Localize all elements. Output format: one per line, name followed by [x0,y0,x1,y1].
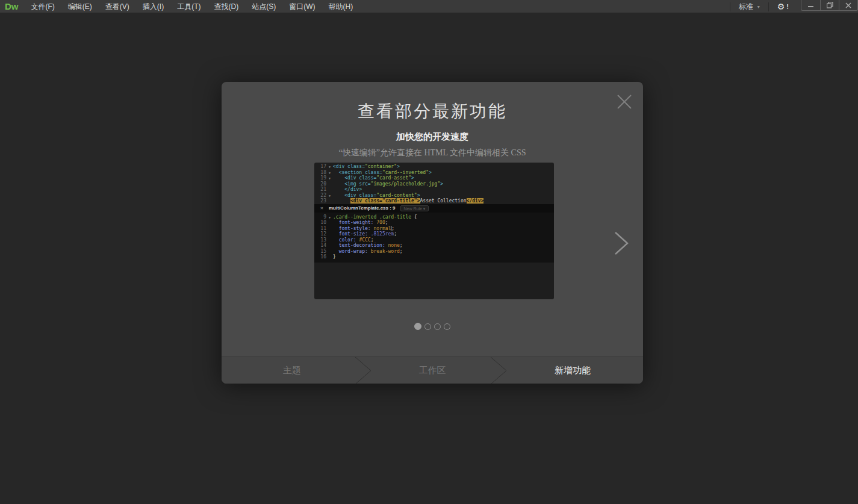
close-icon [845,2,851,8]
code-text: font-size: .8125rem; [333,231,397,237]
code-line: 15 word-wrap: break-word; [314,249,554,255]
code-line: 18▼ <section class="card--inverted"> [314,170,554,176]
wizard-step-theme[interactable]: 主题 [222,357,362,384]
code-fold-spacer [326,198,333,204]
pagination-dot-2[interactable] [424,323,431,330]
menu-item-view[interactable]: 查看(V) [99,0,136,13]
code-line: 23 <div class="card-title">Asset Collect… [314,198,554,204]
code-fold-icon[interactable]: ▼ [326,214,333,220]
menu-item-help[interactable]: 帮助(H) [322,0,359,13]
window-controls [801,0,858,11]
feature-description: “快速编辑”允许直接在 HTML 文件中编辑相关 CSS [222,148,643,158]
new-rule-button[interactable]: New Rule ▾ [400,205,429,211]
workspace-switcher[interactable]: 标准 ▾ [735,2,763,12]
dreamweaver-logo: Dw [0,1,25,11]
code-text: .card--inverted .card-title { [333,214,417,220]
code-text: font-weight: 700; [333,220,388,226]
menu-item-insert[interactable]: 插入(I) [136,0,170,13]
restore-button[interactable] [820,0,839,10]
code-fold-spacer [326,237,333,243]
titlebar-right: 标准 ▾ ⚙ ! [725,0,858,13]
code-line: 17▼<div class="container"> [314,164,554,170]
chevron-right-icon [612,231,631,255]
line-number: 21 [314,187,326,193]
code-text: <div class="container"> [333,164,400,170]
chevron-down-icon: ▾ [423,207,426,211]
code-fold-spacer [326,243,333,249]
line-number: 22 [314,193,326,199]
line-number: 9 [314,214,326,220]
wizard-step-new-features[interactable]: 新增功能 [503,357,643,384]
menu-item-window[interactable]: 窗口(W) [282,0,322,13]
dreamweaver-window: Dw 文件(F)编辑(E)查看(V)插入(I)工具(T)查找(D)站点(S)窗口… [0,0,858,504]
code-fold-spacer [326,249,333,255]
code-line: 13 color: #CCC; [314,237,554,243]
menu-item-tools[interactable]: 工具(T) [170,0,207,13]
chevron-down-icon: ▾ [757,4,760,10]
quick-edit-panel: ✕ multiColumnTemplate.css : 9 New Rule ▾… [314,204,554,263]
line-number: 13 [314,237,326,243]
code-fold-spacer [326,226,333,232]
code-text: <section class="card--inverted"> [333,170,432,176]
code-line: 22▼ <div class="card-content"> [314,193,554,199]
code-fold-icon[interactable]: ▼ [326,175,333,181]
code-line: 19▼ <div class="card-asset"> [314,175,554,181]
pagination-dot-3[interactable] [434,323,441,330]
pagination-dot-1[interactable] [414,323,421,330]
css-code-snippet: 9▼.card--inverted .card-title {10 font-w… [314,213,554,263]
minimize-icon [808,2,814,8]
code-line: 14 text-decoration: none; [314,243,554,249]
code-fold-spacer [326,231,333,237]
menu-bar: 文件(F)编辑(E)查看(V)插入(I)工具(T)查找(D)站点(S)窗口(W)… [25,0,360,13]
quick-edit-header: ✕ multiColumnTemplate.css : 9 New Rule ▾ [314,204,554,213]
line-number: 23 [314,198,326,204]
code-text: </div> [333,187,362,193]
line-number: 11 [314,226,326,232]
line-number: 12 [314,231,326,237]
close-window-button[interactable] [839,0,857,10]
code-fold-spacer [326,187,333,193]
line-number: 17 [314,164,326,170]
sync-settings-button[interactable]: ⚙ ! [774,2,792,11]
quick-edit-file-reference: multiColumnTemplate.css : 9 [329,205,396,211]
code-text: } [333,254,336,260]
code-text: <img src="images/placeholder.jpg"> [333,181,443,187]
line-number: 16 [314,254,326,260]
code-text: <div class="card-content"> [333,193,420,199]
code-fold-spacer [326,254,333,260]
line-number: 20 [314,181,326,187]
code-line: 20 <img src="images/placeholder.jpg"> [314,181,554,187]
line-number: 10 [314,220,326,226]
code-fold-icon[interactable]: ▼ [326,170,333,176]
menu-item-edit[interactable]: 编辑(E) [61,0,99,13]
feature-heading: 加快您的开发速度 [222,131,643,143]
code-fold-spacer [326,220,333,226]
code-text: color: #CCC; [333,237,373,243]
code-text: <div class="card-asset"> [333,175,414,181]
menu-item-find[interactable]: 查找(D) [207,0,245,13]
titlebar: Dw 文件(F)编辑(E)查看(V)插入(I)工具(T)查找(D)站点(S)窗口… [0,0,858,13]
line-number: 14 [314,243,326,249]
pagination-dot-4[interactable] [444,323,450,330]
menu-item-site[interactable]: 站点(S) [245,0,282,13]
slide-pagination [222,323,643,330]
code-text: word-wrap: break-word; [333,249,403,255]
wizard-step-bar: 主题工作区新增功能 [222,356,643,384]
quick-edit-close-icon[interactable]: ✕ [320,205,329,211]
code-line: 12 font-size: .8125rem; [314,231,554,237]
code-text: text-decoration: none; [333,243,403,249]
feature-preview-image: 17▼<div class="container">18▼ <section c… [314,163,554,299]
code-line: 10 font-weight: 700; [314,220,554,226]
code-fold-icon[interactable]: ▼ [326,164,333,170]
line-number: 18 [314,170,326,176]
workspace-switcher-label: 标准 [739,2,753,12]
separator [768,2,769,11]
next-slide-button[interactable] [612,231,631,255]
notification-badge: ! [786,3,789,10]
minimize-button[interactable] [801,0,820,10]
menu-item-file[interactable]: 文件(F) [25,0,61,13]
code-line: 21 </div> [314,187,554,193]
wizard-step-workspace[interactable]: 工作区 [362,357,502,384]
code-text: <div class="card-title">Asset Collection… [333,198,483,204]
code-fold-icon[interactable]: ▼ [326,193,333,199]
